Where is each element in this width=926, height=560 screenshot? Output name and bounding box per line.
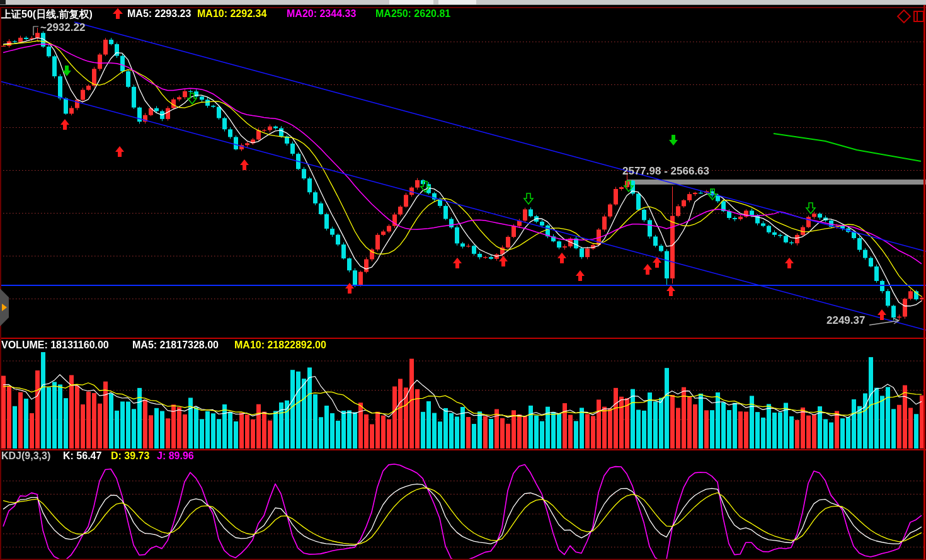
window-split-icon-bar <box>917 12 918 21</box>
kdj-j-value: J: 89.96 <box>157 450 194 462</box>
ma5-value: MA5: 2293.23 <box>127 8 191 20</box>
chart-canvas[interactable] <box>0 0 926 560</box>
volume-value: VOLUME: 18131160.00 <box>1 340 109 351</box>
resistance-zone-label: 2577.98 - 2566.63 <box>622 165 709 178</box>
window-split-icon[interactable] <box>913 11 924 22</box>
peak-price-label: ~2932.22 <box>40 21 85 34</box>
up-arrow-icon <box>112 8 123 19</box>
scrollbar-notch <box>0 0 6 4</box>
ma250-value: MA250: 2620.81 <box>375 8 450 20</box>
scrollbar-thumb-2[interactable] <box>438 0 476 4</box>
chart-title: 上证50(日线.前复权) <box>1 8 93 21</box>
kdj-k-value: K: 56.47 <box>63 450 101 462</box>
kdj-indicator-name: KDJ(9,3,3) <box>1 450 50 462</box>
ma20-value: MA20: 2344.33 <box>287 8 356 20</box>
scrollbar-thumb[interactable] <box>389 0 433 4</box>
stock-chart-window: 上证50(日线.前复权) MA5: 2293.23 MA10: 2292.34 … <box>0 0 926 560</box>
ma10-value: MA10: 2292.34 <box>197 8 266 20</box>
low-price-label: 2249.37 <box>826 314 865 327</box>
volume-ma5-value: MA5: 21817328.00 <box>132 340 219 351</box>
expand-triangle-icon <box>2 304 7 311</box>
volume-ma10-value: MA10: 21822892.00 <box>234 340 326 351</box>
kdj-d-value: D: 39.73 <box>111 450 149 462</box>
top-scrollbar[interactable] <box>0 0 926 5</box>
